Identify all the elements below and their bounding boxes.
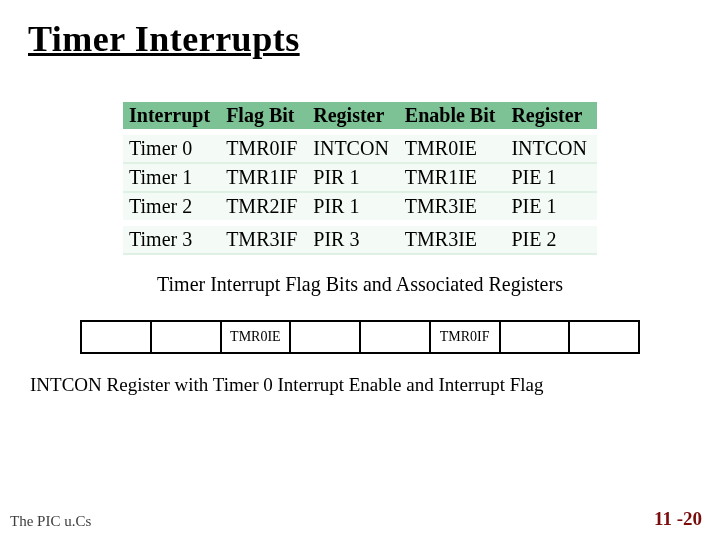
cell: INTCON: [307, 132, 399, 163]
col-enable-reg: Register: [505, 102, 597, 132]
cell: INTCON: [505, 132, 597, 163]
cell: TMR3IF: [220, 223, 307, 254]
cell: PIE 2: [505, 223, 597, 254]
cell: Timer 3: [123, 223, 220, 254]
cell: PIE 1: [505, 163, 597, 192]
cell: PIR 3: [307, 223, 399, 254]
col-flag-bit: Flag Bit: [220, 102, 307, 132]
cell: Timer 0: [123, 132, 220, 163]
table-row: Timer 2 TMR2IF PIR 1 TMR3IE PIE 1: [123, 192, 597, 223]
cell: TMR1IF: [220, 163, 307, 192]
table-row: Timer 0 TMR0IF INTCON TMR0IE INTCON: [123, 132, 597, 163]
footer-page-number: 11 -20: [654, 508, 702, 530]
reg-bit: [570, 322, 638, 352]
reg-bit: [501, 322, 571, 352]
footer-left: The PIC u.Cs: [10, 513, 91, 530]
cell: TMR0IF: [220, 132, 307, 163]
table-row: Timer 1 TMR1IF PIR 1 TMR1IE PIE 1: [123, 163, 597, 192]
reg-bit: [82, 322, 152, 352]
cell: PIR 1: [307, 192, 399, 223]
reg-bit: [152, 322, 222, 352]
col-enable-bit: Enable Bit: [399, 102, 506, 132]
reg-bit: [361, 322, 431, 352]
slide: Timer Interrupts Interrupt Flag Bit Regi…: [0, 0, 720, 540]
register-caption: INTCON Register with Timer 0 Interrupt E…: [28, 374, 692, 396]
cell: TMR0IE: [399, 132, 506, 163]
reg-bit: [291, 322, 361, 352]
interrupt-table: Interrupt Flag Bit Register Enable Bit R…: [123, 102, 597, 255]
table-header-row: Interrupt Flag Bit Register Enable Bit R…: [123, 102, 597, 132]
cell: TMR1IE: [399, 163, 506, 192]
cell: TMR2IF: [220, 192, 307, 223]
cell: TMR3IE: [399, 192, 506, 223]
page-title: Timer Interrupts: [28, 18, 692, 60]
intcon-register-diagram: TMR0IE TMR0IF: [80, 320, 640, 354]
table-caption: Timer Interrupt Flag Bits and Associated…: [28, 273, 692, 296]
cell: Timer 2: [123, 192, 220, 223]
col-flag-reg: Register: [307, 102, 399, 132]
cell: Timer 1: [123, 163, 220, 192]
cell: TMR3IE: [399, 223, 506, 254]
reg-bit-tmr0ie: TMR0IE: [222, 322, 292, 352]
cell: PIE 1: [505, 192, 597, 223]
table-row: Timer 3 TMR3IF PIR 3 TMR3IE PIE 2: [123, 223, 597, 254]
col-interrupt: Interrupt: [123, 102, 220, 132]
reg-bit-tmr0if: TMR0IF: [431, 322, 501, 352]
cell: PIR 1: [307, 163, 399, 192]
